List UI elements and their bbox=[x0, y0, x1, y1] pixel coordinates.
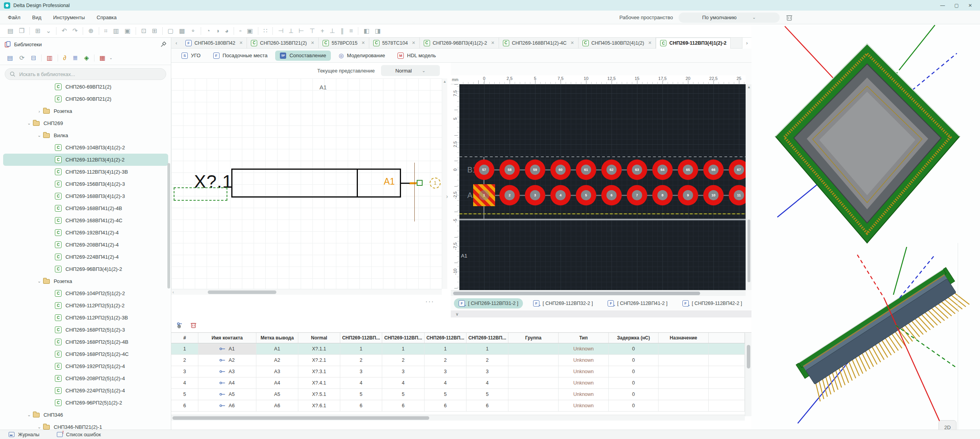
table-cell[interactable]: 4 bbox=[171, 377, 198, 388]
table-cell[interactable] bbox=[709, 389, 745, 400]
close-icon[interactable]: ✕ bbox=[491, 40, 495, 45]
component-icon[interactable]: ◈ bbox=[84, 54, 89, 62]
tree-folder[interactable]: ⌄СНП346-NВП21(2)-1 bbox=[0, 421, 171, 430]
toolbar-icon[interactable]: + bbox=[321, 27, 324, 34]
table-cell[interactable] bbox=[508, 355, 559, 366]
table-cell[interactable]: 0 bbox=[609, 355, 659, 366]
tree-item[interactable]: CСНП269-168РП2(5)1(2)-4С bbox=[0, 348, 171, 360]
table-cell[interactable]: Unknown bbox=[559, 343, 609, 354]
pad[interactable]: 57 bbox=[474, 160, 494, 180]
footprint-vscrollbar[interactable]: ▲ bbox=[746, 84, 751, 290]
tree-folder[interactable]: ⌄Вилка bbox=[0, 129, 171, 141]
table-column-header[interactable]: Имя контакта bbox=[198, 333, 256, 343]
mode-tab[interactable]: FПосадочные места bbox=[209, 51, 272, 61]
tree-item[interactable]: CСНП269-168ВП3(4)1(2)-3 bbox=[0, 190, 171, 202]
toolbar-icon[interactable]: ⊢ bbox=[299, 27, 304, 34]
toolbar-icon[interactable]: ▣ bbox=[247, 27, 253, 34]
pad[interactable]: 66 bbox=[703, 160, 724, 180]
table-row[interactable]: 4A4A4X?.4.14444Unknown0 bbox=[171, 377, 751, 389]
table-row[interactable]: 6A6A6X?.6.16666Unknown0 bbox=[171, 400, 751, 412]
table-column-header[interactable] bbox=[709, 333, 745, 343]
table-cell[interactable]: A4 bbox=[256, 377, 298, 388]
toolbar-icon[interactable]: ▣ bbox=[125, 27, 131, 34]
library-scrollbar[interactable] bbox=[167, 163, 170, 288]
pad[interactable]: 11 bbox=[729, 185, 746, 205]
table-cell[interactable]: X?.5.1 bbox=[298, 389, 340, 400]
table-cell[interactable]: 3 bbox=[340, 366, 382, 377]
table-cell[interactable]: 6 bbox=[340, 400, 382, 411]
chevron-down-icon[interactable]: ⌄ bbox=[25, 121, 33, 126]
toolbar-icon[interactable]: ∷ bbox=[263, 27, 267, 34]
table-cell[interactable]: Unknown bbox=[559, 355, 609, 366]
toolbar-icon[interactable]: ◔ bbox=[206, 27, 210, 34]
table-cell[interactable]: X?.2.1 bbox=[298, 355, 340, 366]
document-tab[interactable]: CСНП269-168ВП41(2)-4С✕ bbox=[499, 38, 579, 49]
table-column-header[interactable]: СНП269-112ВП... bbox=[382, 333, 425, 343]
table-column-header[interactable]: Назначение bbox=[659, 333, 709, 343]
table-cell[interactable] bbox=[508, 377, 559, 388]
table-cell[interactable]: 4 bbox=[340, 377, 382, 388]
mode-tab[interactable]: SFСопоставление bbox=[275, 51, 331, 61]
tree-item[interactable]: CСНП269-208ВП41(2)-4 bbox=[0, 239, 171, 251]
refresh-icon[interactable]: ⟳ bbox=[19, 54, 24, 62]
menu-file[interactable]: Файл bbox=[8, 15, 20, 20]
table-cell[interactable]: A5 bbox=[198, 389, 256, 400]
pad[interactable]: 67 bbox=[729, 160, 746, 180]
table-cell[interactable]: 5 bbox=[171, 389, 198, 400]
chevron-down-icon[interactable]: ⌄ bbox=[35, 279, 43, 284]
delete-workspace-icon[interactable] bbox=[786, 14, 793, 21]
menu-view[interactable]: Вид bbox=[32, 15, 42, 20]
document-tab[interactable]: CСНП269-112ВП3(4)1(2)-2 bbox=[656, 38, 731, 49]
close-icon[interactable]: ✕ bbox=[412, 40, 415, 45]
tree-item[interactable]: CСНП269-168РП2(5)1(2)-3 bbox=[0, 324, 171, 336]
table-cell[interactable] bbox=[659, 343, 709, 354]
table-cell[interactable]: 1 bbox=[466, 343, 508, 354]
table-cell[interactable]: 4 bbox=[425, 377, 466, 388]
tree-folder[interactable]: ⌄СНП269 bbox=[0, 117, 171, 129]
pad[interactable]: 6 bbox=[601, 185, 622, 205]
add-pin-button[interactable] bbox=[177, 322, 184, 328]
schematic-vscrollbar[interactable]: ▲ bbox=[442, 78, 447, 289]
tree-item[interactable]: CСНП269-224ВП41(2)-4 bbox=[0, 251, 171, 263]
table-cell[interactable]: 5 bbox=[382, 389, 425, 400]
chevron-right-icon[interactable]: › bbox=[35, 109, 43, 114]
table-vscrollbar[interactable] bbox=[745, 333, 751, 416]
table-cell[interactable] bbox=[508, 366, 559, 377]
close-icon[interactable]: ✕ bbox=[570, 40, 574, 45]
tree-folder[interactable]: ›Розетка bbox=[0, 105, 171, 117]
table-cell[interactable] bbox=[709, 366, 745, 377]
splitter-collapse-icon[interactable]: › bbox=[446, 193, 448, 200]
table-column-header[interactable]: СНП269-112ВП... bbox=[425, 333, 466, 343]
toolbar-icon[interactable]: ⊡ bbox=[141, 27, 146, 34]
table-cell[interactable]: X?.6.1 bbox=[298, 400, 340, 411]
pad[interactable]: 59 bbox=[525, 160, 545, 180]
footprint-tab[interactable]: F↗[ СНП269-112ВП32-2 ] bbox=[528, 298, 597, 308]
table-cell[interactable]: A1 bbox=[256, 343, 298, 354]
table-column-header[interactable]: Задержка (нС) bbox=[609, 333, 659, 343]
toolbar-icon[interactable]: ◕ bbox=[225, 27, 229, 34]
menu-help[interactable]: Справка bbox=[97, 15, 117, 20]
pad[interactable]: 60 bbox=[550, 160, 571, 180]
pad[interactable]: 5 bbox=[576, 185, 596, 205]
chevron-down-icon[interactable]: ⌄ bbox=[35, 133, 43, 138]
table-cell[interactable]: 1 bbox=[425, 343, 466, 354]
tree-folder[interactable]: ⌄Розетка bbox=[0, 275, 171, 287]
mode-tab[interactable]: MHDL модель bbox=[393, 51, 441, 61]
tree-item[interactable]: CСНП269-224РП2(5)1(2)-4 bbox=[0, 385, 171, 397]
tree-item[interactable]: CСНП269-104РП2(5)1(2)-2 bbox=[0, 287, 171, 299]
status-error-list[interactable]: Список ошибок bbox=[57, 432, 101, 437]
tree-item[interactable]: CСНП269-192РП2(5)1(2)-4 bbox=[0, 360, 171, 372]
table-column-header[interactable]: СНП269-112ВП... bbox=[340, 333, 382, 343]
table-cell[interactable] bbox=[508, 389, 559, 400]
table-cell[interactable]: 2 bbox=[340, 355, 382, 366]
table-cell[interactable] bbox=[508, 343, 559, 354]
table-cell[interactable]: 2 bbox=[171, 355, 198, 366]
table-cell[interactable] bbox=[709, 355, 745, 366]
schematic-canvas[interactable]: A1 X?.1 A1 1 A1 bbox=[171, 78, 442, 289]
table-cell[interactable]: 2 bbox=[425, 355, 466, 366]
scrollbar-thumb[interactable] bbox=[453, 292, 700, 295]
table-cell[interactable] bbox=[659, 377, 709, 388]
table-row[interactable]: 1A1A1X?.1.11111Unknown0 bbox=[171, 343, 751, 355]
table-column-header[interactable]: Тип bbox=[559, 333, 609, 343]
table-cell[interactable] bbox=[709, 377, 745, 388]
